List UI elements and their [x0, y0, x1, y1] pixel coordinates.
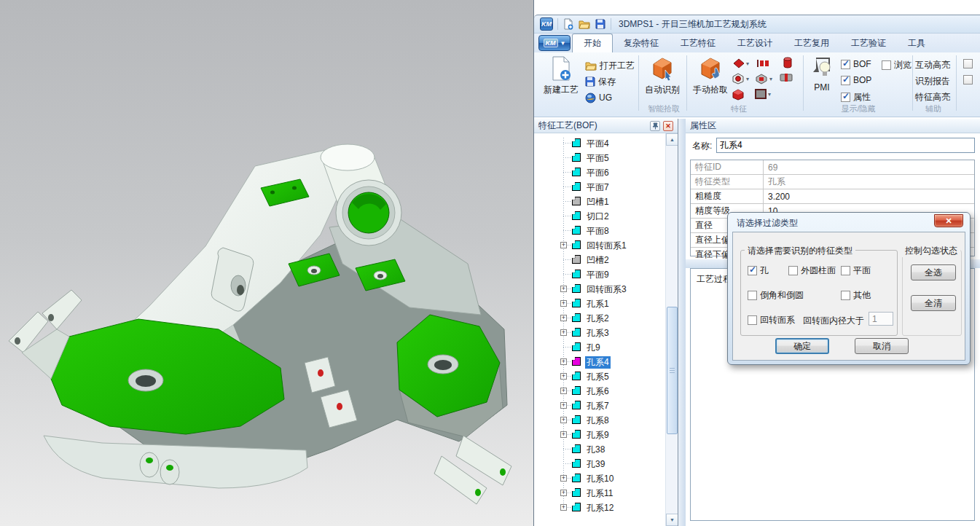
tree-item-label[interactable]: 孔系9 [585, 429, 611, 441]
property-value[interactable]: 3.200 [764, 189, 974, 203]
tree-item[interactable]: +孔系1 [534, 296, 665, 310]
tree-item-label[interactable]: 回转面系1 [585, 240, 628, 252]
expander-icon[interactable]: + [560, 329, 567, 336]
feature-plane-icon[interactable]: ▾ [733, 58, 749, 68]
tree-item-label[interactable]: 孔39 [585, 458, 606, 471]
checkbox-icon[interactable] [748, 291, 757, 300]
checkbox-plane[interactable]: 平面 [841, 264, 871, 277]
feature-slot-icon[interactable] [756, 58, 769, 68]
tree-item[interactable]: +平面7 [534, 179, 665, 194]
checkbox-icon[interactable] [748, 266, 757, 275]
checkbox-bof[interactable]: BOF [841, 59, 871, 69]
auto-recognize-button[interactable]: 自动识别 [641, 55, 683, 102]
tree-item-label[interactable]: 孔系3 [585, 327, 611, 339]
checkbox-icon[interactable] [748, 315, 757, 325]
expander-icon[interactable]: + [560, 286, 567, 292]
checkbox-icon[interactable] [882, 60, 891, 70]
tree-item-label[interactable]: 孔系5 [585, 371, 611, 383]
tree-item-label[interactable]: 孔系7 [585, 400, 611, 412]
expander-icon[interactable]: + [560, 504, 567, 511]
tree-item-label[interactable]: 孔系8 [585, 415, 611, 427]
tree-item[interactable]: +孔系2 [534, 310, 665, 325]
tree-item[interactable]: +平面8 [534, 223, 665, 238]
aux-link-2[interactable]: 识别报告 [915, 75, 950, 87]
tree-item-label[interactable]: 平面4 [585, 138, 611, 150]
tree-item-label[interactable]: 平面5 [585, 152, 611, 165]
expander-icon[interactable]: + [560, 490, 567, 496]
feature-hole-box-icon[interactable]: ▾ [732, 73, 749, 85]
tree-item[interactable]: +孔9 [534, 339, 665, 354]
checkbox-revolve-face[interactable]: 回转面系 [748, 314, 795, 326]
panel-splitter[interactable] [678, 119, 686, 526]
ok-button[interactable]: 确定 [775, 338, 829, 354]
checkbox-outer-cylinder[interactable]: 外圆柱面 [788, 264, 836, 277]
tab-工艺设计[interactable]: 工艺设计 [726, 34, 783, 52]
checkbox-chamfer-fillet[interactable]: 倒角和倒圆 [748, 289, 804, 302]
tree-item[interactable]: +孔38 [534, 441, 665, 456]
tree-item-label[interactable]: 孔系2 [585, 313, 611, 325]
expander-icon[interactable]: + [560, 431, 567, 438]
tree-item-label[interactable]: 孔系1 [585, 298, 611, 310]
tab-复杂特征[interactable]: 复杂特征 [613, 34, 670, 52]
expander-icon[interactable]: + [560, 388, 567, 394]
scroll-up-icon[interactable]: ▲ [666, 133, 678, 146]
expander-icon[interactable]: + [560, 242, 567, 248]
tree-item[interactable]: +平面9 [534, 267, 665, 281]
feature-frame-icon[interactable]: ▾ [755, 89, 771, 99]
dialog-close-button[interactable]: ✕ [934, 214, 963, 227]
tree-item[interactable]: +孔系4 [534, 354, 665, 369]
expander-icon[interactable]: + [560, 475, 567, 482]
tree-item[interactable]: +孔系6 [534, 383, 665, 398]
feature-cube-icon[interactable] [732, 89, 744, 101]
tab-工具[interactable]: 工具 [897, 34, 936, 52]
aux-link-1[interactable]: 互动高亮 [915, 59, 950, 71]
tab-工艺特征[interactable]: 工艺特征 [670, 34, 726, 52]
feature-cylinder-icon[interactable] [783, 57, 792, 68]
tab-开始[interactable]: 开始 [572, 34, 613, 52]
expander-icon[interactable]: + [560, 300, 567, 307]
tree-item[interactable]: +平面5 [534, 150, 665, 165]
scroll-down-icon[interactable]: ▼ [666, 514, 678, 526]
tree-item-label[interactable]: 孔38 [585, 444, 606, 456]
select-all-button[interactable]: 全选 [911, 264, 956, 280]
edge-checkbox-1[interactable] [963, 59, 973, 68]
checkbox-icon[interactable] [841, 93, 850, 102]
open-process-button[interactable]: 打开工艺 [585, 58, 635, 73]
tree-item-label[interactable]: 孔9 [585, 342, 602, 354]
3d-model[interactable] [0, 0, 534, 526]
aux-link-3[interactable]: 特征高亮 [915, 91, 950, 103]
3d-viewport[interactable] [0, 0, 534, 526]
checkbox-icon[interactable] [841, 266, 850, 275]
expander-icon[interactable]: + [560, 417, 567, 423]
checkbox-browse[interactable]: 浏览 [882, 59, 912, 71]
new-document-icon[interactable] [562, 18, 574, 30]
tree-item-label[interactable]: 切口2 [585, 211, 611, 223]
expander-icon[interactable]: + [560, 402, 567, 409]
manual-pick-button[interactable]: 手动拾取 [689, 55, 732, 102]
tree-item-label[interactable]: 回转面系3 [585, 283, 628, 296]
tree-item[interactable]: +孔系8 [534, 412, 665, 427]
ug-button[interactable]: UG [585, 90, 612, 105]
tree-item-label[interactable]: 平面8 [585, 225, 611, 238]
tree-item[interactable]: +回转面系3 [534, 281, 665, 296]
checkbox-bop[interactable]: BOP [841, 75, 871, 85]
tab-工艺复用[interactable]: 工艺复用 [783, 34, 840, 52]
checkbox-icon[interactable] [841, 60, 850, 69]
tree-item[interactable]: +平面4 [534, 136, 665, 150]
checkbox-icon[interactable] [841, 291, 850, 300]
tree-item-label[interactable]: 孔系12 [585, 502, 615, 514]
checkbox-other[interactable]: 其他 [841, 289, 871, 302]
tree-item-label[interactable]: 凹槽2 [585, 254, 611, 267]
tree-item[interactable]: +凹槽2 [534, 252, 665, 267]
property-value[interactable]: 69 [764, 160, 974, 174]
tree-item-label[interactable]: 孔系10 [585, 473, 615, 485]
feature-pocket-icon[interactable]: ▾ [755, 73, 772, 85]
tree-item-label[interactable]: 平面6 [585, 167, 611, 179]
checkbox-icon[interactable] [841, 76, 850, 85]
save-button[interactable]: 保存 [585, 74, 616, 89]
feature-bushing-icon[interactable] [780, 73, 793, 82]
tree-item[interactable]: +孔系7 [534, 398, 665, 412]
tree-item[interactable]: +平面6 [534, 165, 665, 179]
app-logo-icon[interactable]: KM [540, 17, 553, 31]
name-input[interactable] [716, 138, 975, 153]
